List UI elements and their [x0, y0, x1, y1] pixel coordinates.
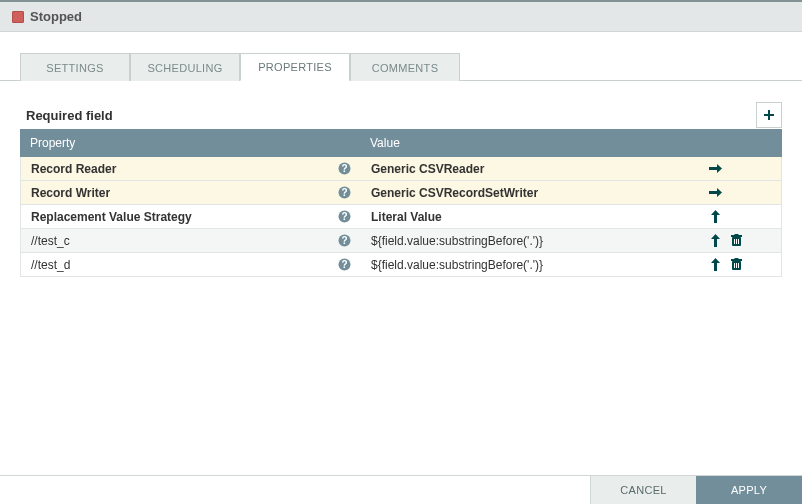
value-cell[interactable]: Generic CSVReader	[361, 162, 699, 176]
section-header: Required field	[20, 101, 782, 129]
actions-cell	[699, 234, 781, 247]
svg-rect-4	[709, 167, 717, 170]
delete-property-icon[interactable]	[730, 234, 743, 247]
stopped-icon	[12, 11, 24, 23]
svg-text:?: ?	[341, 163, 347, 174]
plus-icon	[763, 109, 775, 121]
svg-rect-21	[738, 239, 739, 244]
svg-rect-29	[736, 263, 737, 268]
property-cell[interactable]: Replacement Value Strategy?	[21, 210, 361, 224]
value-cell[interactable]: ${field.value:substringBefore('.')}	[361, 258, 699, 272]
svg-rect-19	[734, 239, 735, 244]
apply-button[interactable]: APPLY	[696, 476, 802, 504]
convert-property-icon[interactable]	[709, 210, 722, 223]
actions-cell	[699, 186, 781, 199]
property-value: ${field.value:substringBefore('.')}	[371, 234, 543, 248]
svg-rect-1	[764, 114, 774, 116]
property-name: Replacement Value Strategy	[31, 210, 192, 224]
svg-rect-18	[735, 234, 739, 236]
svg-rect-28	[734, 263, 735, 268]
column-value: Value	[360, 136, 700, 150]
tab-scheduling[interactable]: SCHEDULING	[130, 53, 240, 81]
svg-rect-8	[709, 191, 717, 194]
property-name: Record Writer	[31, 186, 110, 200]
status-bar: Stopped	[0, 2, 802, 32]
add-property-button[interactable]	[756, 102, 782, 128]
svg-marker-15	[711, 234, 720, 247]
tabs: SETTINGS SCHEDULING PROPERTIES COMMENTS	[0, 32, 802, 81]
column-property: Property	[20, 136, 360, 150]
svg-marker-12	[711, 210, 720, 223]
svg-rect-20	[736, 239, 737, 244]
table-body: Record Reader?Generic CSVReaderRecord Wr…	[20, 157, 782, 277]
property-cell[interactable]: Record Reader?	[21, 162, 361, 176]
property-name: //test_c	[31, 234, 70, 248]
help-icon[interactable]: ?	[338, 258, 351, 271]
goto-service-icon[interactable]	[709, 186, 722, 199]
value-cell[interactable]: Generic CSVRecordSetWriter	[361, 186, 699, 200]
value-cell[interactable]: Literal Value	[361, 210, 699, 224]
svg-marker-5	[717, 164, 722, 173]
cancel-button[interactable]: CANCEL	[590, 476, 696, 504]
table-row[interactable]: //test_c?${field.value:substringBefore('…	[20, 229, 782, 253]
convert-property-icon[interactable]	[709, 234, 722, 247]
value-cell[interactable]: ${field.value:substringBefore('.')}	[361, 234, 699, 248]
property-cell[interactable]: //test_d?	[21, 258, 361, 272]
section-title: Required field	[20, 108, 113, 123]
help-icon[interactable]: ?	[338, 186, 351, 199]
dialog: Stopped SETTINGS SCHEDULING PROPERTIES C…	[0, 0, 802, 504]
table-row[interactable]: Replacement Value Strategy?Literal Value	[20, 205, 782, 229]
property-name: //test_d	[31, 258, 70, 272]
dialog-footer: CANCEL APPLY	[0, 475, 802, 504]
property-value: ${field.value:substringBefore('.')}	[371, 258, 543, 272]
table-row[interactable]: Record Writer?Generic CSVRecordSetWriter	[20, 181, 782, 205]
svg-marker-9	[717, 188, 722, 197]
property-name: Record Reader	[31, 162, 116, 176]
help-icon[interactable]: ?	[338, 234, 351, 247]
svg-text:?: ?	[341, 187, 347, 198]
svg-marker-24	[711, 258, 720, 271]
tab-body-properties: Required field Property Value Record Rea…	[0, 81, 802, 475]
tab-settings[interactable]: SETTINGS	[20, 53, 130, 81]
delete-property-icon[interactable]	[730, 258, 743, 271]
status-label: Stopped	[30, 9, 82, 24]
svg-rect-30	[738, 263, 739, 268]
table-row[interactable]: //test_d?${field.value:substringBefore('…	[20, 253, 782, 277]
actions-cell	[699, 258, 781, 271]
tab-properties[interactable]: PROPERTIES	[240, 53, 350, 81]
actions-cell	[699, 162, 781, 175]
svg-text:?: ?	[341, 211, 347, 222]
tab-comments[interactable]: COMMENTS	[350, 53, 460, 81]
property-value: Generic CSVReader	[371, 162, 484, 176]
svg-rect-27	[735, 258, 739, 260]
table-header: Property Value	[20, 129, 782, 157]
property-cell[interactable]: //test_c?	[21, 234, 361, 248]
property-cell[interactable]: Record Writer?	[21, 186, 361, 200]
goto-service-icon[interactable]	[709, 162, 722, 175]
property-value: Generic CSVRecordSetWriter	[371, 186, 538, 200]
property-value: Literal Value	[371, 210, 442, 224]
table-row[interactable]: Record Reader?Generic CSVReader	[20, 157, 782, 181]
svg-text:?: ?	[341, 235, 347, 246]
svg-text:?: ?	[341, 259, 347, 270]
help-icon[interactable]: ?	[338, 162, 351, 175]
actions-cell	[699, 210, 781, 223]
help-icon[interactable]: ?	[338, 210, 351, 223]
convert-property-icon[interactable]	[709, 258, 722, 271]
